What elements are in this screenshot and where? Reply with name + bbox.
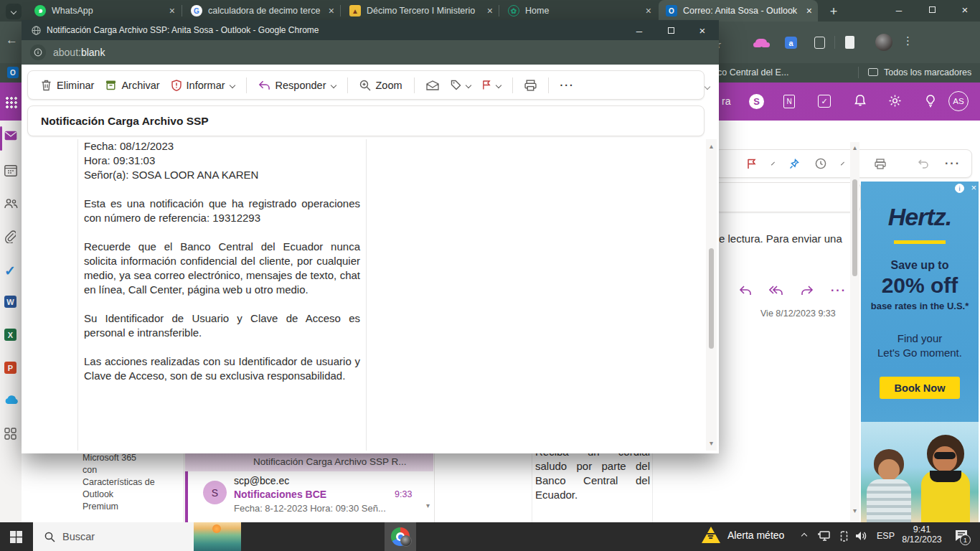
calendar-check-icon[interactable]: ✓: [818, 95, 831, 108]
archive-button[interactable]: Archivar: [105, 80, 159, 91]
popup-address-bar[interactable]: about:blank: [22, 40, 719, 65]
zoom-button[interactable]: Zoom: [359, 80, 402, 91]
page-info-icon[interactable]: [30, 44, 46, 60]
new-tab-button[interactable]: +: [825, 3, 842, 20]
flag-icon[interactable]: [747, 159, 757, 169]
tab-close-icon[interactable]: ×: [487, 5, 493, 17]
more-options-icon[interactable]: ···: [945, 157, 961, 170]
tab-decimo-tercero[interactable]: ▲ Décimo Tercero I Ministerio ×: [342, 0, 499, 22]
more-apps-icon[interactable]: [4, 428, 17, 440]
flag-button[interactable]: [482, 80, 501, 90]
reply-button[interactable]: Responder: [258, 80, 336, 91]
page-scrollbar[interactable]: ▴ ▾: [850, 142, 859, 522]
window-maximize-button[interactable]: [921, 0, 943, 19]
settings-gear-icon[interactable]: [888, 94, 902, 108]
popup-close-button[interactable]: ×: [692, 21, 713, 39]
m365-upsell: Microsoft 365 con Características de Out…: [83, 452, 190, 513]
people-icon[interactable]: [4, 198, 17, 209]
notification-center-icon[interactable]: 1: [954, 529, 969, 542]
taskbar-search-box[interactable]: Buscar: [33, 522, 241, 551]
network-icon[interactable]: [818, 530, 831, 542]
language-indicator[interactable]: ESP: [877, 531, 895, 541]
ad-close-icon[interactable]: ×: [971, 182, 976, 193]
tips-lightbulb-icon[interactable]: [924, 94, 937, 108]
tab-calculadora[interactable]: G calculadora de decimo terce ×: [184, 0, 340, 22]
bookmark-item[interactable]: co Central del E...: [717, 67, 788, 77]
tab-whatsapp[interactable]: WhatsApp ×: [27, 0, 181, 22]
tab-close-icon[interactable]: ×: [329, 5, 334, 17]
chrome-taskbar-highlight[interactable]: [385, 522, 416, 551]
popup-maximize-button[interactable]: [660, 21, 682, 39]
snooze-clock-icon[interactable]: [815, 158, 826, 169]
pin-icon[interactable]: [789, 159, 799, 169]
back-icon[interactable]: ←: [6, 33, 18, 47]
excel-app-icon[interactable]: X: [4, 329, 17, 341]
calendar-icon[interactable]: [4, 164, 17, 176]
powerpoint-app-icon[interactable]: P: [4, 362, 17, 374]
hertz-ad[interactable]: i × Hertz. Save up to 20% off base rates…: [861, 182, 979, 522]
browser-menu-icon[interactable]: ⋮: [903, 34, 913, 47]
forward-icon[interactable]: [801, 286, 814, 296]
reply-icon[interactable]: [739, 286, 752, 296]
reply-all-icon[interactable]: [769, 286, 783, 296]
collapse-toolbar-icon[interactable]: [705, 84, 710, 90]
report-button[interactable]: Informar: [171, 80, 235, 91]
todo-check-icon[interactable]: ✓: [4, 263, 17, 279]
tab-close-icon[interactable]: ×: [169, 5, 175, 17]
message-scrollbar[interactable]: ▴ ▾: [706, 139, 717, 451]
translate-extension-icon[interactable]: a: [785, 37, 797, 49]
skype-icon[interactable]: S: [749, 94, 764, 109]
book-now-button[interactable]: Book Now: [880, 377, 960, 399]
tray-expand-icon[interactable]: [801, 533, 807, 539]
weather-widget[interactable]: Alerta méteo: [702, 527, 784, 543]
account-avatar[interactable]: AS: [948, 91, 969, 111]
word-app-icon[interactable]: W: [4, 296, 17, 308]
print-icon[interactable]: [875, 159, 886, 169]
undo-icon[interactable]: [918, 159, 929, 169]
app-launcher-icon[interactable]: [5, 96, 17, 108]
more-commands-icon[interactable]: ···: [560, 80, 575, 91]
read-unread-icon[interactable]: [426, 80, 439, 90]
outlook-bookmark-icon[interactable]: O: [7, 67, 19, 78]
scrollbar-thumb[interactable]: [852, 179, 857, 276]
extension-puzzle-icon[interactable]: [814, 37, 825, 49]
profile-avatar[interactable]: [875, 34, 892, 51]
delete-button[interactable]: Eliminar: [41, 80, 94, 91]
window-close-button[interactable]: ×: [954, 0, 976, 19]
mail-icon[interactable]: [4, 131, 17, 141]
popup-titlebar[interactable]: Notificación Carga Archivo SSP: Anita So…: [22, 20, 719, 40]
tab-close-icon[interactable]: ×: [806, 5, 812, 17]
email-list-item-selected[interactable]: S scp@bce.ec Notificaciones BCE 9:33 Fec…: [185, 471, 433, 522]
tab-correo-active[interactable]: O Correo: Anita Sosa - Outlook ×: [659, 0, 818, 22]
clock[interactable]: 9:41 8/12/2023: [900, 524, 943, 545]
ad-info-icon[interactable]: i: [955, 184, 964, 193]
print-icon[interactable]: [524, 80, 537, 91]
notifications-bell-icon[interactable]: [854, 94, 867, 108]
chevron-down-icon[interactable]: [771, 162, 775, 166]
more-reply-options-icon[interactable]: ···: [831, 284, 847, 297]
phone-link-icon[interactable]: [838, 530, 850, 542]
tab-search-button[interactable]: [6, 4, 22, 19]
onenote-icon[interactable]: N: [783, 95, 795, 108]
start-button[interactable]: [10, 531, 22, 543]
list-scroll-down-icon[interactable]: ▾: [426, 501, 430, 509]
chevron-down-icon[interactable]: [841, 162, 844, 166]
scroll-down-icon[interactable]: ▾: [850, 507, 859, 514]
volume-icon[interactable]: [855, 530, 869, 542]
all-bookmarks-button[interactable]: Todos los marcadores: [884, 67, 971, 77]
scroll-down-icon[interactable]: ▾: [706, 439, 717, 447]
tab-close-icon[interactable]: ×: [646, 5, 651, 17]
search-highlight-image[interactable]: [194, 522, 241, 551]
tab-home[interactable]: ✿ Home ×: [501, 0, 657, 22]
onedrive-cloud-icon[interactable]: [4, 395, 17, 405]
scroll-up-icon[interactable]: ▴: [850, 143, 859, 151]
sidepanel-icon[interactable]: [845, 36, 854, 49]
popup-minimize-button[interactable]: –: [628, 21, 650, 39]
scrollbar-thumb[interactable]: [709, 248, 714, 349]
email-list-item-highlighted[interactable]: Notificación Carga Archivo SSP R...: [185, 453, 433, 471]
window-minimize-button[interactable]: –: [888, 0, 910, 19]
extension-pink-icon[interactable]: [755, 39, 767, 47]
scroll-up-icon[interactable]: ▴: [706, 142, 717, 150]
categorize-button[interactable]: [451, 80, 471, 90]
attachments-paperclip-icon[interactable]: [4, 230, 17, 243]
